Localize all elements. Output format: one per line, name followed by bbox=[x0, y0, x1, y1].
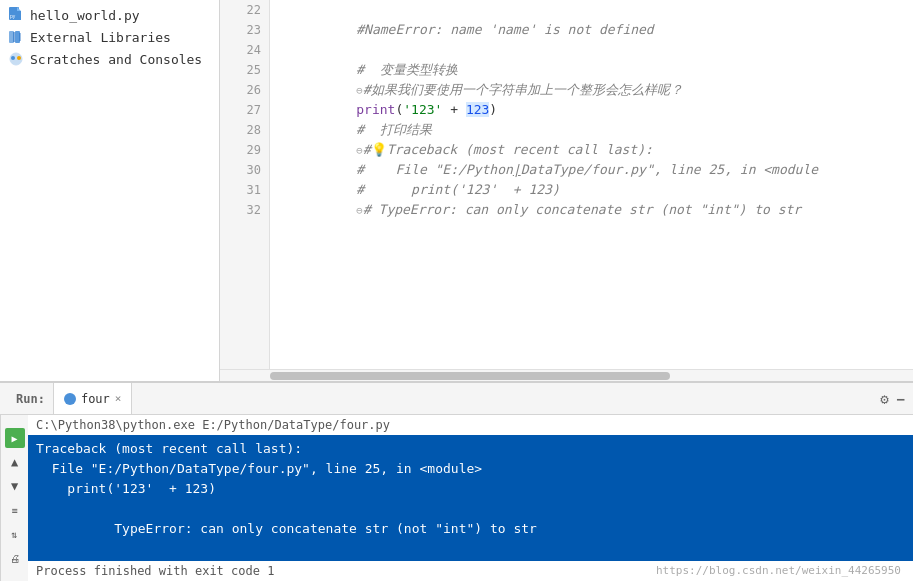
run-tab-label: four bbox=[81, 392, 110, 406]
svg-point-10 bbox=[17, 56, 21, 60]
run-error-text: TypeError: can only concatenate str (not… bbox=[114, 521, 537, 536]
code-line-26: print('123' + 123) bbox=[278, 80, 913, 100]
sidebar-item-external-libraries[interactable]: External Libraries bbox=[0, 26, 219, 48]
run-content: C:\Python38\python.exe E:/Python/DataTyp… bbox=[28, 415, 913, 581]
sidebar-external-libraries-label: External Libraries bbox=[30, 30, 171, 45]
code-line-29: # File "E:/Python|DataType/four.py", lin… bbox=[278, 140, 913, 160]
main-area: py hello_world.py External Libraries bbox=[0, 0, 913, 381]
line-num-29: 29 bbox=[220, 140, 269, 160]
watermark: https://blog.csdn.net/weixin_44265950 bbox=[656, 564, 905, 578]
run-filter-button[interactable]: ≡ bbox=[5, 500, 25, 520]
sidebar-hello-world-label: hello_world.py bbox=[30, 8, 140, 23]
run-output-line-1: Traceback (most recent call last): bbox=[36, 439, 905, 459]
bottom-panel: Run: four × ⚙ − ▶ ▲ ▼ ≡ ⇅ 🖨 C:\Python38\… bbox=[0, 381, 913, 581]
line-num-27: 27 bbox=[220, 100, 269, 120]
run-up-button[interactable]: ▲ bbox=[5, 452, 25, 472]
scratch-icon bbox=[8, 51, 24, 67]
line-num-26: 26 bbox=[220, 80, 269, 100]
sidebar-scratches-label: Scratches and Consoles bbox=[30, 52, 202, 67]
run-sort-button[interactable]: ⇅ bbox=[5, 524, 25, 544]
code-line-28: ⊖#💡Traceback (most recent call last): bbox=[278, 120, 913, 140]
sidebar: py hello_world.py External Libraries bbox=[0, 0, 220, 381]
run-label-text: Run: bbox=[16, 392, 45, 406]
line-num-22: 22 bbox=[220, 0, 269, 20]
run-controls: ▶ ▲ ▼ ≡ ⇅ 🖨 bbox=[0, 415, 28, 581]
run-tab-four[interactable]: four × bbox=[53, 383, 133, 414]
code-line-32 bbox=[278, 200, 913, 220]
run-exit-message: Process finished with exit code 1 bbox=[36, 564, 274, 578]
line-numbers: 22 23 24 25 26 27 28 29 30 31 32 bbox=[220, 0, 270, 369]
svg-point-9 bbox=[11, 56, 15, 60]
tab-settings-area: ⚙ − bbox=[872, 383, 913, 414]
line-num-32: 32 bbox=[220, 200, 269, 220]
code-line-24: # 变量类型转换 bbox=[278, 40, 913, 60]
code-content[interactable]: #NameError: name 'name' is not defined #… bbox=[270, 0, 913, 369]
minimize-icon[interactable]: − bbox=[897, 391, 905, 407]
run-label: Run: bbox=[8, 383, 53, 414]
svg-rect-2 bbox=[17, 11, 21, 20]
editor-area: 22 23 24 25 26 27 28 29 30 31 32 #NameEr… bbox=[220, 0, 913, 381]
line-num-30: 30 bbox=[220, 160, 269, 180]
run-command-line: C:\Python38\python.exe E:/Python/DataTyp… bbox=[28, 415, 913, 435]
run-output-line-4: TypeError: can only concatenate str (not… bbox=[36, 499, 905, 559]
bottom-run-area: ▶ ▲ ▼ ≡ ⇅ 🖨 C:\Python38\python.exe E:/Py… bbox=[0, 415, 913, 581]
code-line-25: ⊖#如果我们要使用一个字符串加上一个整形会怎么样呢？ bbox=[278, 60, 913, 80]
run-output-area: Traceback (most recent call last): File … bbox=[28, 435, 913, 561]
code-line-22: #NameError: name 'name' is not defined bbox=[278, 0, 913, 20]
run-tab-bar: Run: four × ⚙ − bbox=[0, 383, 913, 415]
sidebar-item-hello-world[interactable]: py hello_world.py bbox=[0, 4, 219, 26]
code-container: 22 23 24 25 26 27 28 29 30 31 32 #NameEr… bbox=[220, 0, 913, 369]
line-num-25: 25 bbox=[220, 60, 269, 80]
sidebar-item-scratches[interactable]: Scratches and Consoles bbox=[0, 48, 219, 70]
library-icon bbox=[8, 29, 24, 45]
svg-text:py: py bbox=[10, 13, 16, 19]
line-num-31: 31 bbox=[220, 180, 269, 200]
line-num-28: 28 bbox=[220, 120, 269, 140]
settings-gear-icon[interactable]: ⚙ bbox=[880, 391, 888, 407]
code-line-30: # print('123' + 123) bbox=[278, 160, 913, 180]
code-line-31: ⊖# TypeError: can only concatenate str (… bbox=[278, 180, 913, 200]
python-file-icon: py bbox=[8, 7, 24, 23]
run-play-button[interactable]: ▶ bbox=[5, 428, 25, 448]
code-line-23 bbox=[278, 20, 913, 40]
run-tab-icon bbox=[64, 393, 76, 405]
svg-rect-5 bbox=[13, 32, 15, 42]
run-down-button[interactable]: ▼ bbox=[5, 476, 25, 496]
run-output-line-3: print('123' + 123) bbox=[36, 479, 905, 499]
line-num-24: 24 bbox=[220, 40, 269, 60]
line-num-23: 23 bbox=[220, 20, 269, 40]
run-footer: Process finished with exit code 1 https:… bbox=[28, 561, 913, 581]
scrollbar-thumb[interactable] bbox=[270, 372, 670, 380]
run-output-line-2: File "E:/Python/DataType/four.py", line … bbox=[36, 459, 905, 479]
run-print-button[interactable]: 🖨 bbox=[5, 548, 25, 568]
svg-rect-7 bbox=[19, 33, 21, 41]
run-tab-close[interactable]: × bbox=[115, 392, 122, 405]
horizontal-scrollbar[interactable] bbox=[220, 369, 913, 381]
code-line-27: # 打印结果 bbox=[278, 100, 913, 120]
